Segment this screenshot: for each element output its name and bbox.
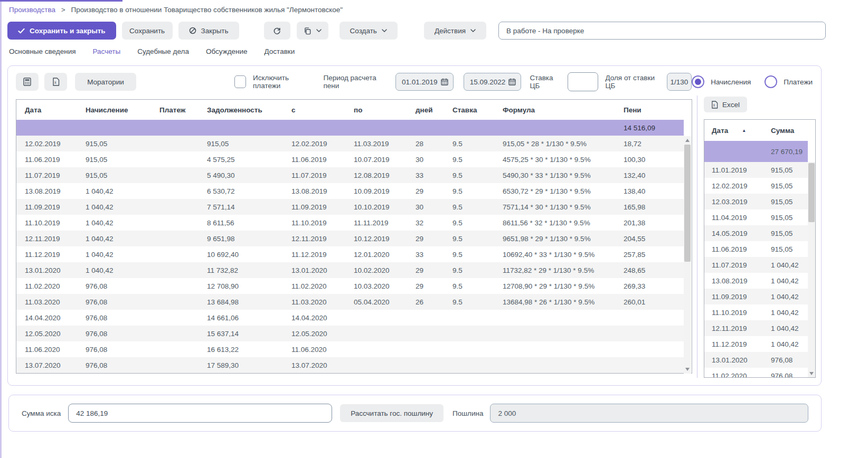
cell-accrual: 1 040,42 [77, 262, 151, 278]
accrual-row[interactable]: 11.04.2019 915,05 [704, 209, 808, 225]
radio-accruals-circle[interactable] [692, 75, 704, 88]
accrual-row[interactable]: 13.08.2019 1 040,42 [704, 273, 808, 289]
copy-button[interactable] [297, 22, 328, 40]
calendar-icon[interactable] [441, 78, 448, 85]
radio-accruals[interactable]: Начисления [692, 75, 751, 88]
accruals-excel-button[interactable]: x̄ Excel [704, 97, 747, 112]
exclude-payments-checkbox[interactable] [234, 75, 246, 88]
cell-date: 13.01.2020 [16, 262, 77, 278]
accrual-row[interactable]: 11.09.2019 1 040,42 [704, 289, 808, 304]
svg-text:x̄: x̄ [713, 103, 715, 107]
cell-date: 11.12.2019 [704, 336, 763, 352]
cell-penalty: 260,01 [615, 294, 684, 310]
cell-date: 14.05.2019 [704, 225, 763, 241]
tab-calculations[interactable]: Расчеты [92, 47, 120, 58]
cb-rate-input[interactable] [568, 72, 598, 91]
penalty-row[interactable]: 11.03.2020 976,08 13 684,98 11.03.2020 0… [16, 294, 684, 310]
penalty-row[interactable]: 12.05.2020 976,08 15 637,14 12.05.2020 [16, 326, 684, 341]
accrual-row[interactable]: 11.01.2019 915,05 [704, 162, 808, 178]
calculate-fee-button[interactable]: Рассчитать гос. пошлину [340, 404, 444, 422]
cell-rate: 9.5 [444, 215, 494, 231]
calculate-button[interactable] [16, 73, 39, 91]
cell-rate: 9.5 [444, 136, 494, 151]
tab-general[interactable]: Основные сведения [9, 47, 76, 58]
cell-to: 05.04.2020 [345, 294, 407, 310]
accrual-row[interactable]: 11.07.2019 1 040,42 [704, 257, 808, 273]
penalty-row[interactable]: 11.06.2020 976,08 16 613,22 11.06.2020 [16, 341, 684, 357]
cell-date: 11.10.2019 [16, 215, 77, 231]
view-mode-radios: Начисления Платежи [692, 75, 814, 88]
scrollbar-thumb[interactable] [684, 145, 691, 262]
accrual-row[interactable]: 12.03.2019 915,05 [704, 194, 808, 209]
status-field[interactable]: В работе - На проверке [498, 22, 826, 40]
calculator-icon [23, 78, 31, 86]
scroll-down-icon[interactable] [685, 368, 690, 371]
claim-amount-input[interactable] [68, 404, 332, 423]
cell-debt: 4 575,25 [199, 151, 283, 167]
excel-export-button[interactable]: x̄ [44, 73, 67, 91]
scroll-down-icon[interactable] [809, 372, 814, 375]
penalty-row[interactable]: 12.02.2019 915,05 915,05 12.02.2019 11.0… [16, 136, 684, 151]
penalty-row[interactable]: 11.02.2020 976,08 12 708,90 11.02.2020 1… [16, 278, 684, 294]
penalty-row[interactable]: 11.10.2019 1 040,42 8 611,56 11.10.2019 … [16, 215, 684, 231]
penalty-row[interactable]: 13.07.2020 976,08 17 589,30 13.07.2020 [16, 357, 684, 373]
save-button[interactable]: Сохранить [122, 22, 173, 40]
cell-debt: 11 732,82 [199, 262, 283, 278]
accrual-row[interactable]: 12.02.2019 915,05 [704, 178, 808, 194]
accrual-row[interactable]: 11.10.2019 1 040,42 [704, 304, 808, 320]
radio-payments[interactable]: Платежи [765, 75, 813, 88]
accrual-row[interactable]: 13.01.2020 976,08 [704, 352, 808, 368]
calendar-icon[interactable] [508, 78, 516, 85]
tab-deliveries[interactable]: Доставки [265, 47, 295, 58]
penalty-row[interactable]: 12.11.2019 1 040,42 9 651,98 12.11.2019 … [16, 231, 684, 246]
penalty-table-scrollbar[interactable] [684, 136, 691, 374]
tab-court-cases[interactable]: Судебные дела [137, 47, 189, 58]
cell-sum: 915,05 [763, 225, 808, 241]
cell-formula [494, 310, 615, 326]
cell-to [345, 341, 407, 357]
penalty-row[interactable]: 13.08.2019 1 040,42 6 530,72 13.08.2019 … [16, 183, 684, 199]
cell-date: 11.06.2019 [16, 151, 77, 167]
exclude-payments-label[interactable]: Исключить платежи [253, 74, 313, 90]
sort-asc-icon[interactable]: ▲ [742, 128, 746, 133]
accrual-row[interactable]: 12.11.2019 1 040,42 [704, 320, 808, 336]
penalty-row[interactable]: 11.12.2019 1 040,42 10 692,40 11.12.2019… [16, 246, 684, 262]
tab-discussion[interactable]: Обсуждение [206, 47, 248, 58]
chevron-down-icon [382, 29, 387, 32]
penalty-row[interactable]: 11.07.2019 915,05 5 490,30 11.07.2019 12… [16, 167, 684, 183]
period-to-input[interactable]: 15.09.2022 [464, 73, 522, 91]
accrual-row[interactable]: 11.06.2019 915,05 [704, 241, 808, 257]
cell-date: 12.02.2019 [704, 178, 763, 194]
actions-button[interactable]: Действия [424, 22, 486, 40]
accrual-row[interactable]: 11.02.2020 976,08 [704, 368, 808, 378]
penalty-row[interactable]: 13.01.2020 1 040,42 11 732,82 13.01.2020… [16, 262, 684, 278]
accrual-row[interactable]: 11.12.2019 1 040,42 [704, 336, 808, 352]
cb-share-field[interactable]: 1/130 [667, 73, 692, 91]
cell-days: 26 [407, 294, 444, 310]
breadcrumb-root-link[interactable]: Производства [9, 6, 55, 14]
cell-accrual: 1 040,42 [77, 215, 151, 231]
accruals-panel: x̄ Excel Дата▲ Сумма 27 670,19 [697, 96, 816, 378]
cell-debt: 9 651,98 [199, 231, 283, 246]
cell-accrual: 976,08 [77, 310, 151, 326]
penalty-table-header: Дата Начисление Платеж Задолженность с п… [16, 100, 684, 120]
scroll-up-icon[interactable] [685, 139, 690, 142]
penalty-total-row[interactable]: 14 516,09 [16, 120, 684, 136]
cell-sum: 1 040,42 [763, 304, 808, 320]
penalty-row[interactable]: 11.09.2019 1 040,42 7 571,14 11.09.2019 … [16, 199, 684, 215]
close-button[interactable]: Закрыть [178, 22, 239, 40]
accruals-total-row[interactable]: 27 670,19 [704, 141, 808, 162]
tab-bar: Основные сведения Расчеты Судебные дела … [9, 47, 868, 58]
save-and-close-button[interactable]: Сохранить и закрыть [7, 22, 116, 40]
cell-to [345, 326, 407, 341]
radio-payments-circle[interactable] [765, 75, 777, 88]
period-from-input[interactable]: 01.01.2019 [395, 73, 454, 91]
refresh-button[interactable] [264, 22, 290, 40]
accruals-scrollbar[interactable] [808, 162, 815, 378]
penalty-row[interactable]: 11.06.2019 915,05 4 575,25 11.06.2019 10… [16, 151, 684, 167]
scrollbar-thumb[interactable] [808, 163, 815, 222]
accrual-row[interactable]: 14.05.2019 915,05 [704, 225, 808, 241]
moratoriums-button[interactable]: Моратории [75, 73, 136, 91]
create-button[interactable]: Создать [339, 22, 398, 40]
penalty-row[interactable]: 14.04.2020 976,08 14 661,06 14.04.2020 [16, 310, 684, 326]
